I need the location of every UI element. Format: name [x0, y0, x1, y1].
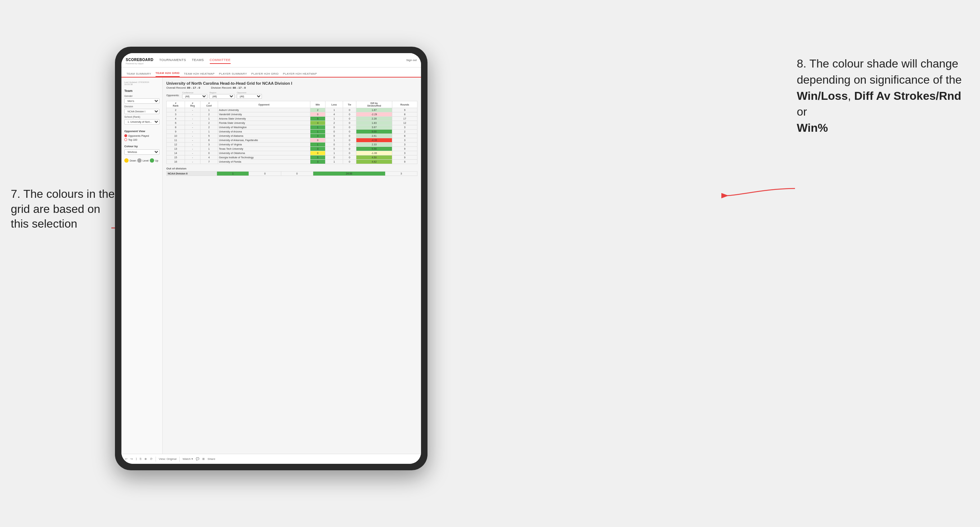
cell-loss: 1 — [325, 151, 343, 156]
cell-rounds: 9 — [392, 160, 417, 164]
legend-up-dot — [150, 158, 154, 163]
cell-tie: 0 — [343, 151, 356, 156]
cell-loss: 0 — [325, 125, 343, 130]
toolbar-undo[interactable]: ↩ — [125, 457, 127, 460]
cell-win: 5 — [310, 117, 325, 121]
ipad-device: SCOREBOARD Powered by clippd TOURNAMENTS… — [115, 47, 428, 470]
cell-diff: 4.62 — [356, 160, 392, 164]
cell-tie: 0 — [343, 156, 356, 160]
cell-win: 3 — [310, 147, 325, 151]
cell-conf: 7 — [200, 160, 218, 164]
cell-rounds: 3 — [392, 151, 417, 156]
th-diff: Diff AvStrokes/Rnd — [356, 101, 392, 108]
cell-loss: 0 — [325, 143, 343, 147]
cell-opponent: University of Alabama — [218, 134, 310, 138]
cell-rounds: 9 — [392, 108, 417, 113]
sub-nav-team-h2h-grid[interactable]: TEAM H2H GRID — [156, 71, 180, 77]
cell-diff: 1.83 — [356, 121, 392, 125]
cell-reg: - — [185, 108, 200, 113]
sub-nav-player-summary[interactable]: PLAYER SUMMARY — [219, 72, 247, 77]
colour-by-title: Colour by — [124, 144, 159, 148]
cell-conf: 3 — [200, 143, 218, 147]
main-content: Last Updated: 27/03/2024 16:55:38 Team G… — [121, 78, 421, 454]
toolbar-copy[interactable]: ⎘ — [140, 457, 142, 460]
table-row: 10 - 5 University of Alabama 3 0 0 2.61 … — [167, 134, 417, 138]
sub-nav-player-h2h-heatmap[interactable]: PLAYER H2H HEATMAP — [283, 72, 317, 77]
ood-tie: 0 — [281, 171, 313, 176]
sub-nav-team-summary[interactable]: TEAM SUMMARY — [126, 72, 151, 77]
nav-tournaments[interactable]: TOURNAMENTS — [159, 57, 186, 64]
cell-rounds: 8 — [392, 134, 417, 138]
toolbar-grid[interactable]: ⊞ — [202, 457, 205, 460]
radio-opponents-played[interactable]: Opponents Played — [124, 134, 159, 137]
nav-committee[interactable]: COMMITTEE — [210, 57, 231, 64]
sub-nav-team-h2h-heatmap[interactable]: TEAM H2H HEATMAP — [184, 72, 215, 77]
cell-diff: 4.50 — [356, 156, 392, 160]
th-opponent: Opponent — [218, 101, 310, 108]
th-conf: #Conf — [200, 101, 218, 108]
filter-row: Opponents: Conference (All) Region (All) — [166, 92, 417, 99]
filter-region-select[interactable]: (All) — [210, 94, 235, 99]
last-updated: Last Updated: 27/03/2024 16:55:38 — [124, 81, 159, 86]
toolbar-comment[interactable]: 💬 — [196, 457, 199, 460]
ipad-screen: SCOREBOARD Powered by clippd TOURNAMENTS… — [121, 53, 421, 464]
toolbar-paste[interactable]: ⊕ — [145, 457, 147, 460]
toolbar-redo[interactable]: ↪ — [130, 457, 133, 460]
table-row: 11 - 6 University of Arkansas, Fayettevi… — [167, 138, 417, 143]
table-row: 3 - 2 Vanderbilt University 0 4 0 -2.29 … — [167, 113, 417, 117]
division-label: Division — [124, 105, 159, 108]
table-row: 13 - 1 Texas Tech University 3 0 0 5.56 … — [167, 147, 417, 151]
toolbar-forward[interactable]: ⟩ — [136, 457, 137, 460]
division-select[interactable]: NCAA Division I — [124, 109, 159, 114]
toolbar-view[interactable]: View: Original — [159, 457, 177, 460]
radio-dot-top100 — [124, 138, 127, 141]
school-select[interactable]: 1. University of Nort... — [124, 119, 159, 125]
opponents-label: Opponents: — [166, 94, 179, 97]
table-row: 2 - 1 Auburn University 2 1 0 1.67 9 — [167, 108, 417, 113]
nav-teams[interactable]: TEAMS — [192, 57, 204, 64]
cell-conf: 2 — [200, 125, 218, 130]
nav-links: TOURNAMENTS TEAMS COMMITTEE — [159, 57, 406, 64]
filter-opponent-select[interactable]: (All) — [237, 94, 262, 99]
cell-conf: 1 — [200, 147, 218, 151]
sign-out-button[interactable]: Sign out — [406, 59, 417, 62]
cell-tie: 0 — [343, 160, 356, 164]
cell-win: 3 — [310, 160, 325, 164]
legend-down-dot — [124, 158, 129, 163]
cell-rank: 11 — [167, 138, 185, 143]
sub-nav-player-h2h-grid[interactable]: PLAYER H2H GRID — [251, 72, 279, 77]
cell-win: 2 — [310, 108, 325, 113]
table-row: 8 - 2 University of Washington 1 0 0 3.6… — [167, 125, 417, 130]
ood-win: 1 — [217, 171, 249, 176]
cell-win: 5 — [310, 156, 325, 160]
legend-level-label: Level — [143, 159, 149, 162]
toolbar-timer[interactable]: ⏱ — [150, 457, 153, 460]
cell-diff: 2.28 — [356, 117, 392, 121]
cell-diff: 3.67 — [356, 125, 392, 130]
annotation-bold-3: Win% — [797, 121, 828, 134]
cell-win: 0 — [310, 151, 325, 156]
legend-level-dot — [137, 158, 142, 163]
cell-reg: - — [185, 117, 200, 121]
toolbar-watch[interactable]: Watch ▾ — [183, 457, 193, 460]
out-of-division-table: NCAA Division II 1 0 0 24.00 3 — [166, 171, 417, 176]
toolbar-share[interactable]: Share — [208, 457, 215, 460]
filter-conference-select[interactable]: (All) — [182, 94, 207, 99]
radio-top-100[interactable]: Top 100 — [124, 138, 159, 141]
cell-rounds: 3 — [392, 125, 417, 130]
toolbar-sep — [156, 457, 156, 462]
colour-by-select[interactable]: Win/loss — [124, 149, 159, 155]
cell-rounds: 3 — [392, 143, 417, 147]
cell-diff: -1.00 — [356, 151, 392, 156]
cell-loss: 0 — [325, 130, 343, 134]
gender-select[interactable]: Men's — [124, 98, 159, 104]
th-rounds: Rounds — [392, 101, 417, 108]
cell-loss: 2 — [325, 121, 343, 125]
cell-conf: 0 — [200, 151, 218, 156]
logo-sub: Powered by clippd — [126, 62, 153, 65]
cell-rank: 3 — [167, 113, 185, 117]
filter-conference: Conference (All) — [182, 92, 207, 99]
cell-loss: 1 — [325, 138, 343, 143]
cell-rank: 6 — [167, 121, 185, 125]
annotation-right: 8. The colour shade will change dependin… — [797, 56, 962, 136]
